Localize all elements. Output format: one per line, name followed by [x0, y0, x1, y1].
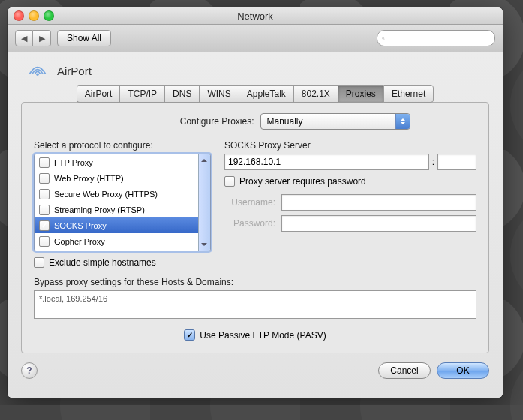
titlebar: Network	[8, 8, 503, 25]
popup-arrows-icon	[395, 114, 410, 129]
help-button[interactable]: ?	[21, 362, 38, 379]
configure-label: Configure Proxies:	[101, 116, 254, 127]
proxies-sheet: AirPort AirPortTCP/IPDNSWINSAppleTalk802…	[8, 52, 503, 398]
scrollbar[interactable]	[198, 154, 210, 250]
toolbar: ◀ ▶ Show All	[8, 25, 503, 52]
protocol-checkbox[interactable]	[39, 236, 50, 247]
back-button[interactable]: ◀	[15, 30, 33, 46]
protocol-item[interactable]: SOCKS Proxy	[35, 218, 210, 233]
ok-button[interactable]: OK	[437, 362, 489, 379]
proxy-port-input[interactable]	[437, 154, 476, 170]
configure-value: Manually	[267, 116, 303, 127]
network-prefs-window: Network ◀ ▶ Show All AirPort AirPortTCP/…	[8, 8, 503, 398]
airport-icon	[27, 62, 48, 80]
svg-point-2	[36, 73, 39, 76]
protocol-label: Streaming Proxy (RTSP)	[54, 206, 145, 214]
protocol-item[interactable]: Streaming Proxy (RTSP)	[35, 202, 210, 218]
host-port-sep: :	[432, 157, 434, 167]
protocol-checkbox[interactable]	[39, 173, 50, 184]
show-all-button[interactable]: Show All	[57, 30, 111, 46]
tab-wins[interactable]: WINS	[199, 85, 238, 103]
requires-password-checkbox[interactable]	[224, 176, 235, 187]
protocol-item[interactable]: Web Proxy (HTTP)	[35, 170, 210, 186]
bypass-label: Bypass proxy settings for these Hosts & …	[34, 277, 476, 287]
password-label: Password:	[224, 218, 275, 229]
tab-bar: AirPortTCP/IPDNSWINSAppleTalk802.1XProxi…	[21, 85, 489, 103]
protocol-item[interactable]: Secure Web Proxy (HTTPS)	[35, 186, 210, 202]
svg-point-0	[383, 38, 384, 39]
protocol-checkbox[interactable]	[39, 220, 50, 231]
search-input[interactable]	[388, 33, 494, 44]
protocol-checkbox[interactable]	[39, 205, 50, 215]
username-label: Username:	[224, 197, 275, 208]
tab-airport[interactable]: AirPort	[77, 85, 120, 103]
cancel-button[interactable]: Cancel	[378, 362, 431, 379]
protocol-label: SOCKS Proxy	[54, 221, 107, 230]
protocol-list-label: Select a protocol to configure:	[34, 140, 211, 151]
pasv-label: Use Passive FTP Mode (PASV)	[200, 330, 326, 340]
forward-button[interactable]: ▶	[33, 30, 51, 46]
tab-ethernet[interactable]: Ethernet	[383, 85, 434, 103]
search-field[interactable]	[377, 30, 495, 46]
protocol-label: Secure Web Proxy (HTTPS)	[54, 190, 158, 199]
configure-proxies-popup[interactable]: Manually	[260, 113, 410, 130]
tab-tcpip[interactable]: TCP/IP	[119, 85, 164, 103]
window-title: Network	[8, 10, 503, 22]
bypass-textarea[interactable]: *.local, 169.254/16	[34, 290, 476, 319]
proxy-host-input[interactable]	[224, 154, 429, 170]
search-icon	[382, 34, 385, 43]
protocol-label: Web Proxy (HTTP)	[54, 174, 124, 183]
server-title: SOCKS Proxy Server	[224, 140, 476, 151]
password-input	[281, 215, 476, 232]
service-name: AirPort	[57, 64, 92, 77]
protocol-checkbox[interactable]	[39, 189, 50, 200]
protocol-item[interactable]: Gopher Proxy	[35, 233, 210, 249]
svg-line-1	[384, 39, 385, 40]
exclude-simple-label: Exclude simple hostnames	[49, 257, 156, 268]
tab-dns[interactable]: DNS	[164, 85, 199, 103]
pasv-checkbox[interactable]	[184, 329, 195, 340]
requires-password-label: Proxy server requires password	[239, 176, 366, 187]
protocol-label: FTP Proxy	[54, 158, 93, 167]
protocol-label: Gopher Proxy	[54, 237, 105, 246]
protocol-item[interactable]: FTP Proxy	[35, 154, 210, 170]
exclude-simple-checkbox[interactable]	[34, 257, 44, 268]
tab-proxies[interactable]: Proxies	[338, 85, 383, 103]
tab-8021x[interactable]: 802.1X	[293, 85, 338, 103]
protocol-listbox[interactable]: FTP ProxyWeb Proxy (HTTP)Secure Web Prox…	[34, 154, 211, 251]
username-input	[281, 194, 476, 211]
protocol-checkbox[interactable]	[39, 158, 50, 168]
tab-appletalk[interactable]: AppleTalk	[239, 85, 293, 103]
